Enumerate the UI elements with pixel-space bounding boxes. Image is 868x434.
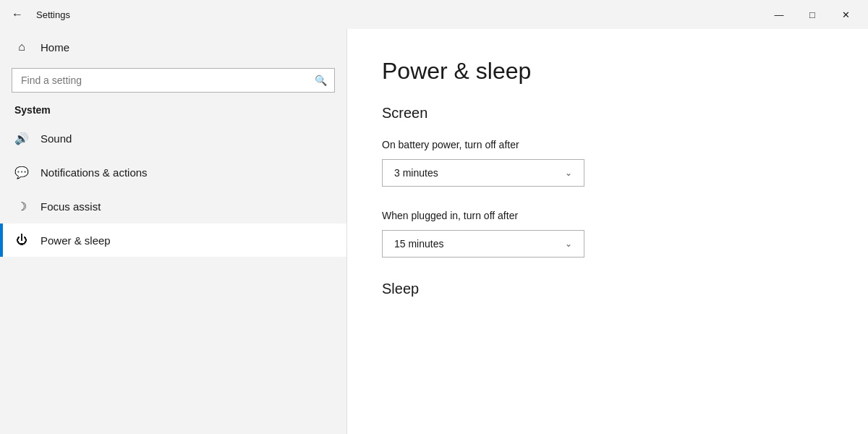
back-button[interactable]: ← bbox=[6, 5, 29, 24]
power-icon: ⏻ bbox=[14, 234, 29, 247]
focus-icon: ☽ bbox=[14, 200, 29, 213]
sidebar: ⌂ Home 🔍 System 🔊 Sound 💬 Notifications … bbox=[0, 29, 347, 434]
plugged-screen-label: When plugged in, turn off after bbox=[382, 210, 833, 221]
content-area: Power & sleep Screen On battery power, t… bbox=[347, 29, 868, 434]
screen-section-heading: Screen bbox=[382, 105, 833, 122]
sidebar-nav: 🔊 Sound 💬 Notifications & actions ☽ Focu… bbox=[0, 122, 346, 434]
search-icon: 🔍 bbox=[307, 69, 334, 92]
home-icon: ⌂ bbox=[14, 41, 29, 54]
search-input[interactable] bbox=[12, 69, 307, 92]
minimize-button[interactable]: — bbox=[762, 0, 796, 29]
page-title: Power & sleep bbox=[382, 58, 833, 85]
sound-icon: 🔊 bbox=[14, 132, 29, 145]
title-bar-left: ← Settings bbox=[6, 5, 70, 24]
sidebar-item-power[interactable]: ⏻ Power & sleep bbox=[0, 224, 346, 257]
app-body: ⌂ Home 🔍 System 🔊 Sound 💬 Notifications … bbox=[0, 29, 868, 434]
sidebar-item-focus[interactable]: ☽ Focus assist bbox=[0, 190, 346, 224]
sidebar-item-label: Sound bbox=[41, 132, 72, 145]
plugged-screen-dropdown[interactable]: 15 minutes ⌄ bbox=[382, 230, 584, 258]
notifications-icon: 💬 bbox=[14, 166, 29, 179]
sidebar-search-box[interactable]: 🔍 bbox=[12, 68, 335, 93]
sidebar-home-label: Home bbox=[41, 41, 69, 54]
title-bar-title: Settings bbox=[36, 9, 70, 20]
close-button[interactable]: ✕ bbox=[829, 0, 862, 29]
sidebar-item-label: Focus assist bbox=[41, 200, 101, 213]
battery-screen-setting: On battery power, turn off after 3 minut… bbox=[382, 139, 833, 187]
sidebar-item-home[interactable]: ⌂ Home bbox=[0, 29, 346, 65]
chevron-down-icon: ⌄ bbox=[565, 168, 572, 178]
sleep-section-heading: Sleep bbox=[382, 281, 833, 297]
sidebar-item-sound[interactable]: 🔊 Sound bbox=[0, 122, 346, 156]
sidebar-item-notifications[interactable]: 💬 Notifications & actions bbox=[0, 156, 346, 190]
plugged-screen-value: 15 minutes bbox=[394, 238, 443, 250]
title-bar: ← Settings — □ ✕ bbox=[0, 0, 868, 29]
battery-screen-label: On battery power, turn off after bbox=[382, 139, 833, 150]
chevron-down-icon: ⌄ bbox=[565, 239, 572, 249]
plugged-screen-setting: When plugged in, turn off after 15 minut… bbox=[382, 210, 833, 258]
battery-screen-dropdown[interactable]: 3 minutes ⌄ bbox=[382, 159, 584, 187]
sidebar-item-label: Power & sleep bbox=[41, 234, 111, 247]
sidebar-section-label: System bbox=[0, 101, 346, 122]
maximize-button[interactable]: □ bbox=[796, 0, 829, 29]
battery-screen-value: 3 minutes bbox=[394, 167, 438, 179]
title-bar-controls: — □ ✕ bbox=[762, 0, 862, 29]
sidebar-item-label: Notifications & actions bbox=[41, 166, 148, 179]
